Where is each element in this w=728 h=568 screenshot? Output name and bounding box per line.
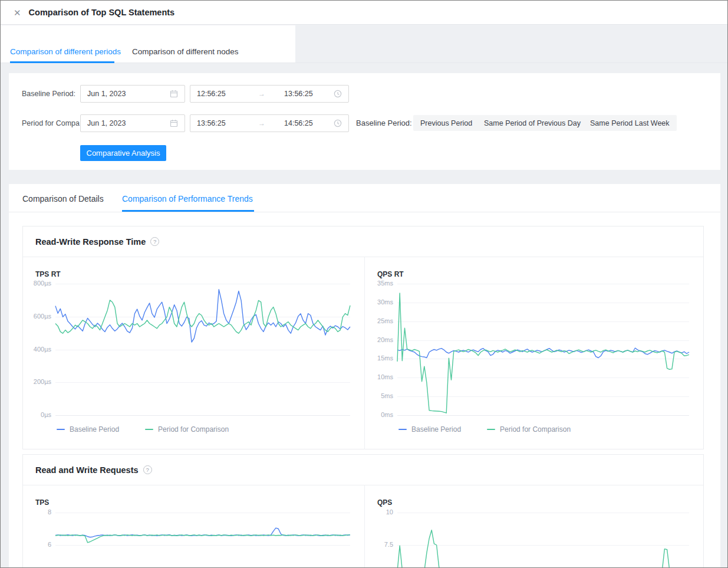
plot-area [55,284,350,415]
secondary-tabbar-divider [9,212,720,212]
chart-qps-rt: QPS RT Baseline Period Period for Compar… [365,257,703,449]
legend-period-for-comparison[interactable]: Period for Comparison [487,425,571,434]
preset-same-period-previous-day[interactable]: Same Period of Previous Day [477,115,588,131]
chart-tps-rt: TPS RT Baseline Period Period for Compar… [23,257,365,449]
y-tick-label: 10 [365,508,393,516]
baseline-series-swatch [57,429,65,431]
legend-baseline-period[interactable]: Baseline Period [398,425,461,434]
comparison-form-card: Baseline Period: Jun 1, 2023 12:56:25 → … [9,73,720,170]
comparison-time-start: 13:56:25 [197,119,239,127]
section-title: Read and Write Requests [35,465,139,475]
baseline-date-value: Jun 1, 2023 [87,90,170,98]
tab-comparison-of-different-nodes[interactable]: Comparison of different nodes [132,47,239,56]
comparison-date-input[interactable]: Jun 1, 2023 [80,114,185,132]
chart-legend: Baseline Period Period for Comparison [57,425,229,434]
preset-group-label: Baseline Period: [356,114,412,132]
drawer-panel: ✕ Comparison of Top SQL Statements Compa… [0,0,728,568]
baseline-period-label: Baseline Period: [22,85,80,103]
plot-area [397,284,689,415]
legend-label: Period for Comparison [158,425,229,434]
legend-label: Period for Comparison [500,425,571,434]
clock-icon [334,90,342,98]
y-tick-label: 7.5 [365,541,393,548]
legend-label: Baseline Period [70,425,119,434]
results-card: Comparison of Details Comparison of Perf… [9,184,720,568]
chart-tps: TPS 86 [23,485,365,568]
y-tick-label: 20ms [365,336,393,343]
chart-legend: Baseline Period Period for Comparison [398,425,571,434]
y-tick-label: 6 [23,541,51,548]
line-series-canvas [55,513,350,568]
baseline-time-end: 13:56:25 [284,90,334,98]
chart-title: QPS RT [377,270,404,278]
y-tick-label: 800µs [23,280,51,287]
baseline-time-range-input[interactable]: 12:56:25 → 13:56:25 [190,85,349,103]
clock-icon [334,119,342,127]
line-series-canvas [397,513,689,568]
tab-comparison-of-details[interactable]: Comparison of Details [22,194,104,203]
close-icon[interactable]: ✕ [14,8,21,17]
legend-label: Baseline Period [411,425,461,434]
y-tick-label: 30ms [365,298,393,306]
y-tick-label: 0µs [23,411,51,418]
plot-area [55,513,350,568]
section-title-row: Read-Write Response Time ? [23,226,703,257]
legend-period-for-comparison[interactable]: Period for Comparison [145,425,229,434]
y-tick-label: 200µs [23,378,51,385]
baseline-series-swatch [398,429,407,431]
y-tick-label: 400µs [23,346,51,353]
comparative-analysis-button[interactable]: Comparative Analysis [80,145,166,161]
calendar-icon [170,90,178,98]
section-title-row: Read and Write Requests ? [23,455,703,485]
baseline-date-input[interactable]: Jun 1, 2023 [80,85,185,103]
legend-baseline-period[interactable]: Baseline Period [57,425,119,434]
comparison-time-range-input[interactable]: 13:56:25 → 14:56:25 [190,114,349,132]
range-arrow-icon: → [239,119,284,127]
baseline-time-start: 12:56:25 [197,90,239,98]
tab-comparison-of-different-periods[interactable]: Comparison of different periods [10,47,121,56]
primary-tabbar [1,25,295,63]
comparison-series-swatch [487,429,495,431]
help-icon[interactable]: ? [150,237,159,246]
comparison-series-swatch [145,429,153,431]
charts-row: TPS RT Baseline Period Period for Compar… [23,257,703,449]
y-tick-label: 5ms [365,392,393,399]
section-title: Read-Write Response Time [35,237,146,247]
y-tick-label: 25ms [365,317,393,324]
charts-row: TPS 86 QPS 107.5 [23,485,703,568]
preset-same-period-last-week[interactable]: Same Period Last Week [583,115,677,131]
chart-title: QPS [377,498,392,507]
line-series-canvas [55,284,350,415]
gridline [397,415,689,416]
y-tick-label: 10ms [365,373,393,380]
help-icon[interactable]: ? [143,465,152,474]
comparison-time-end: 14:56:25 [284,119,334,127]
chart-qps: QPS 107.5 [365,485,703,568]
y-tick-label: 0ms [365,411,393,418]
chart-title: TPS RT [35,270,61,278]
range-arrow-icon: → [239,90,284,98]
tab-comparison-of-performance-trends[interactable]: Comparison of Performance Trends [122,194,253,203]
active-tab-underline [10,61,114,63]
gridline [55,415,350,416]
preset-previous-period[interactable]: Previous Period [413,115,479,131]
plot-area [397,513,689,568]
y-tick-label: 8 [23,508,51,516]
comparison-date-value: Jun 1, 2023 [87,119,170,127]
y-tick-label: 35ms [365,280,393,287]
comparison-period-label: Period for Compa [22,114,80,132]
chart-title: TPS [35,498,49,507]
calendar-icon [170,119,178,127]
drawer-header: ✕ Comparison of Top SQL Statements [1,1,727,25]
y-tick-label: 600µs [23,313,51,320]
line-series-canvas [397,284,689,415]
section-read-and-write-requests: Read and Write Requests ? TPS 86 QPS 107… [22,454,704,568]
y-tick-label: 15ms [365,354,393,362]
page-title: Comparison of Top SQL Statements [29,8,175,17]
section-read-write-response-time: Read-Write Response Time ? TPS RT Baseli… [22,226,704,449]
